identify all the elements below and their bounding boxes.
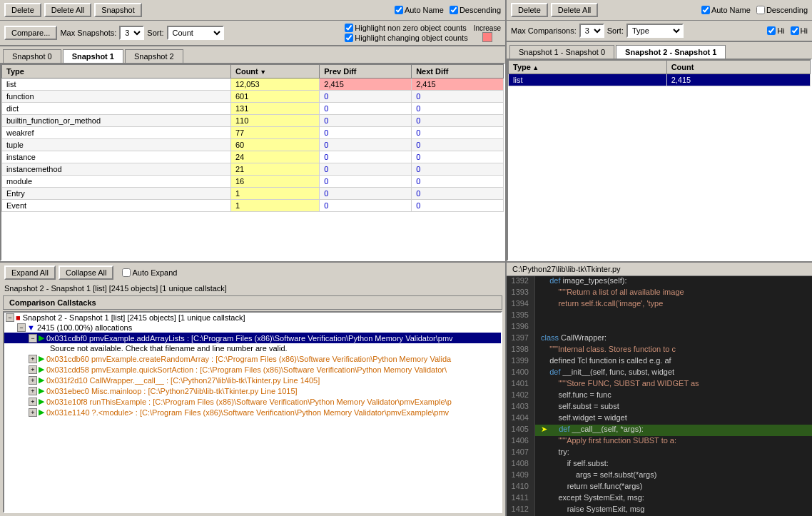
descending-checkbox[interactable] bbox=[450, 6, 458, 14]
left-tab-bar: Snapshot 0 Snapshot 1 Snapshot 2 bbox=[0, 46, 505, 63]
right-col-count[interactable]: Count bbox=[666, 61, 810, 74]
tree-item[interactable]: +▶0x031e1140 ?.<module> : [C:\Program Fi… bbox=[4, 407, 501, 418]
cell-count: 131 bbox=[230, 103, 319, 115]
expand-icon[interactable]: + bbox=[29, 376, 37, 385]
right-auto-name-checkbox[interactable] bbox=[701, 6, 710, 14]
cell-next-diff: 0 bbox=[412, 103, 504, 115]
tree-item[interactable]: Source not available. Check that filenam… bbox=[4, 343, 501, 353]
cell-type: list bbox=[2, 79, 231, 91]
collapse-all-button[interactable]: Collapse All bbox=[59, 265, 113, 280]
cell-next-diff: 0 bbox=[412, 200, 504, 212]
highlight-changing-checkbox[interactable] bbox=[345, 34, 353, 42]
left-snapshot-button[interactable]: Snapshot bbox=[94, 3, 141, 17]
cell-next-diff: 0 bbox=[412, 163, 504, 176]
collapse-icon[interactable]: − bbox=[29, 334, 37, 343]
highlight-nonzero-label: Highlight non zero object counts bbox=[355, 24, 467, 32]
tree-item[interactable]: −▼2415 (100.00%) allocations bbox=[4, 323, 501, 333]
cell-prev-diff: 2,415 bbox=[320, 79, 412, 91]
cell-next-diff: 2,415 bbox=[412, 79, 504, 91]
line-content: """Internal class. Stores function to c bbox=[535, 345, 812, 356]
line-number: 1399 bbox=[507, 356, 535, 368]
line-number: 1407 bbox=[507, 447, 535, 459]
cell-prev-diff: 0 bbox=[320, 139, 412, 151]
col-next-diff[interactable]: Next Diff bbox=[412, 65, 504, 79]
line-content: """Return a list of all available image bbox=[535, 288, 812, 299]
max-snapshots-select[interactable]: 3 bbox=[119, 26, 144, 40]
col-prev-diff[interactable]: Prev Diff bbox=[320, 65, 412, 79]
expand-icon[interactable]: + bbox=[29, 398, 37, 406]
right-hi2-checkbox[interactable] bbox=[791, 26, 799, 35]
red-square-icon: ■ bbox=[16, 313, 21, 322]
cell-prev-diff: 0 bbox=[320, 91, 412, 103]
collapse-icon[interactable]: − bbox=[6, 313, 14, 322]
tree-item-text: Source not available. Check that filenam… bbox=[50, 344, 288, 353]
line-number: 1403 bbox=[507, 402, 535, 413]
right-descending-checkbox[interactable] bbox=[756, 6, 765, 14]
tab-snapshot-0[interactable]: Snapshot 0 bbox=[3, 49, 61, 63]
expand-icon[interactable]: + bbox=[29, 387, 37, 395]
line-number: 1395 bbox=[507, 310, 535, 322]
right-hi1-checkbox[interactable] bbox=[767, 26, 776, 35]
left-delete-all-button[interactable]: Delete All bbox=[44, 3, 91, 17]
right-delete-all-button[interactable]: Delete All bbox=[551, 3, 598, 17]
down-arrow-icon: ▼ bbox=[27, 323, 35, 332]
line-content: def image_types(self): bbox=[535, 276, 812, 288]
cell-count: 24 bbox=[230, 151, 319, 163]
play-icon: ▶ bbox=[39, 375, 44, 385]
cell-next-diff: 0 bbox=[412, 115, 504, 127]
tree-item-text: 0x031e1140 ?.<module> : [C:\Program File… bbox=[46, 408, 449, 417]
compare-button[interactable]: Compare... bbox=[4, 26, 57, 40]
bottom-toolbar: Expand All Collapse All Auto Expand bbox=[0, 263, 505, 283]
tree-item[interactable]: +▶0x031cdb60 pmvExample.createRandomArra… bbox=[4, 353, 501, 364]
sort-label: Sort: bbox=[147, 29, 163, 37]
expand-all-button[interactable]: Expand All bbox=[4, 265, 56, 280]
right-auto-name-label: Auto Name bbox=[711, 6, 751, 14]
tree-item[interactable]: −▶0x031cdbf0 pmvExample.addArrayLists : … bbox=[4, 333, 501, 343]
auto-expand-checkbox[interactable] bbox=[122, 268, 131, 277]
right-delete-button[interactable]: Delete bbox=[511, 3, 548, 17]
line-number: 1411 bbox=[507, 493, 535, 505]
tree-item-text: 0x031f2d10 CallWrapper.__call__ : [C:\Py… bbox=[46, 376, 320, 385]
tree-item[interactable]: +▶0x031e10f8 runThisExample : [C:\Progra… bbox=[4, 396, 501, 407]
play-icon: ▶ bbox=[39, 386, 44, 395]
line-number: 1393 bbox=[507, 288, 535, 299]
highlight-nonzero-checkbox[interactable] bbox=[345, 24, 353, 32]
tree-item[interactable]: −■Snapshot 2 - Snapshot 1 [list] [2415 o… bbox=[4, 313, 501, 323]
right-descending-label: Descending bbox=[766, 6, 808, 14]
auto-name-row: Auto Name bbox=[395, 6, 444, 14]
line-content: args = self.subst(*args) bbox=[535, 470, 812, 482]
left-delete-button[interactable]: Delete bbox=[4, 3, 41, 17]
line-content: raise SystemExit, msg bbox=[535, 505, 812, 516]
sort-select[interactable]: Count bbox=[167, 26, 224, 40]
expand-icon[interactable]: + bbox=[29, 365, 37, 374]
cell-count: 601 bbox=[230, 91, 319, 103]
expand-icon[interactable]: + bbox=[29, 408, 37, 417]
line-content: self.subst = subst bbox=[535, 402, 812, 413]
auto-name-checkbox[interactable] bbox=[395, 6, 403, 14]
cell-prev-diff: 0 bbox=[320, 151, 412, 163]
tree-item[interactable]: +▶0x031cdd58 pmvExample.quickSortAction … bbox=[4, 364, 501, 375]
auto-expand-label: Auto Expand bbox=[132, 268, 177, 277]
cell-next-diff: 0 bbox=[412, 176, 504, 188]
descending-label: Descending bbox=[460, 6, 501, 14]
tree-item[interactable]: +▶0x031ebec0 Misc.mainloop : [C:\Python2… bbox=[4, 385, 501, 396]
tree-item[interactable]: +▶0x031f2d10 CallWrapper.__call__ : [C:\… bbox=[4, 375, 501, 385]
cell-count: 12,053 bbox=[230, 79, 319, 91]
col-count[interactable]: Count bbox=[230, 65, 319, 79]
right-sort-select[interactable]: Type bbox=[626, 24, 684, 38]
tree-item-text: Snapshot 2 - Snapshot 1 [list] [2415 obj… bbox=[23, 313, 245, 322]
right-col-type[interactable]: Type bbox=[509, 61, 667, 74]
collapse-icon[interactable]: − bbox=[17, 323, 26, 332]
tab-snap2-snap1[interactable]: Snapshot 2 - Snapshot 1 bbox=[616, 45, 726, 59]
cell-count: 1 bbox=[230, 200, 319, 212]
tab-snapshot-2[interactable]: Snapshot 2 bbox=[125, 49, 183, 63]
tab-snapshot-1[interactable]: Snapshot 1 bbox=[63, 49, 123, 63]
right-hi1-label: Hi bbox=[777, 26, 784, 35]
code-area[interactable]: 1392 def image_types(self):1393 """Retur… bbox=[507, 276, 812, 516]
cell-next-diff: 0 bbox=[412, 139, 504, 151]
right-max-select[interactable]: 3 bbox=[579, 24, 604, 38]
expand-icon[interactable]: + bbox=[29, 355, 37, 363]
col-type[interactable]: Type bbox=[2, 65, 231, 79]
tab-snap1-snap0[interactable]: Snapshot 1 - Snapshot 0 bbox=[509, 45, 614, 59]
max-snapshots-label: Max Snapshots: bbox=[60, 29, 116, 37]
